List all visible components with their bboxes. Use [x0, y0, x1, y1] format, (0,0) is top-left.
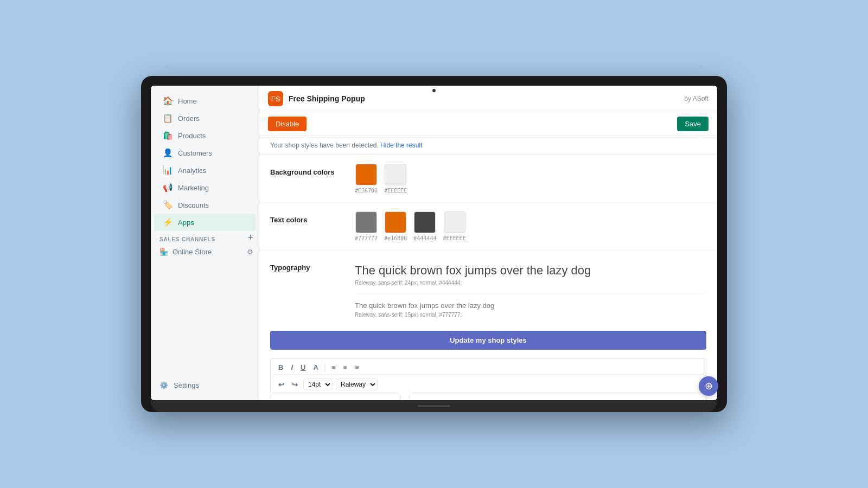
sidebar-item-customers[interactable]: 👤Customers: [154, 144, 256, 162]
help-button[interactable]: ⊕: [699, 376, 718, 396]
text-swatch-3[interactable]: #444444: [413, 211, 436, 241]
sidebar-item-products[interactable]: 🛍️Products: [154, 127, 256, 144]
online-store-label: Online Store: [173, 248, 212, 256]
text-colors-label: Text colors: [270, 211, 346, 224]
align-left-button[interactable]: ≡: [329, 362, 338, 373]
detection-text: Your shop styles have been detected.: [270, 142, 379, 149]
text-swatch-label-4: #EEEEEE: [443, 235, 465, 241]
text-swatch-box-1: [355, 211, 377, 233]
text-swatch-box-2: [385, 211, 406, 233]
main-content: FS Free Shipping Popup by ASoft Disable …: [259, 86, 717, 400]
sidebar-item-marketing[interactable]: 📢Marketing: [154, 179, 256, 196]
text-color-swatches: #777777 #e16800 #444444: [355, 211, 466, 241]
text-swatch-box-3: [414, 211, 436, 233]
toolbar-row2: ↩ ↪ 14pt Raleway: [270, 376, 706, 393]
content-area: Your shop styles have been detected. Hid…: [259, 136, 717, 400]
app-header-left: FS Free Shipping Popup: [268, 91, 365, 106]
sidebar: 🏠Home📋Orders🛍️Products👤Customers📊Analyti…: [151, 86, 259, 400]
text-swatch-box-4: [444, 211, 465, 233]
laptop-speaker: [418, 405, 450, 407]
undo-button[interactable]: ↩: [276, 380, 286, 390]
text-swatch-label-2: #e16800: [384, 235, 407, 241]
app-icon: FS: [268, 91, 283, 106]
disable-button[interactable]: Disable: [268, 117, 307, 131]
bold-button[interactable]: B: [276, 362, 285, 373]
sidebar-item-analytics[interactable]: 📊Analytics: [154, 162, 256, 179]
text-swatch-label-1: #777777: [355, 235, 378, 241]
text-swatch-1[interactable]: #777777: [355, 211, 378, 241]
preview-row: Product has been added | Amount left unt…: [259, 393, 717, 400]
bg-swatch-label-1: #E36700: [355, 188, 378, 194]
align-right-button[interactable]: ≡: [353, 362, 361, 373]
bg-color-swatches: #E36700 #EEEEEE: [355, 164, 407, 194]
typo-body-meta: Raleway, sans-serif; 15px; normal; #7777…: [355, 312, 706, 318]
update-shop-styles-button[interactable]: Update my shop styles: [270, 331, 706, 350]
underline-button[interactable]: U: [298, 362, 308, 373]
preview-card-left: Product has been added | Amount left unt…: [270, 393, 400, 400]
redo-button[interactable]: ↪: [290, 380, 300, 390]
app-icon-text: FS: [271, 95, 280, 103]
products-icon: 🛍️: [163, 131, 173, 140]
congrats-card: Congratulations! ✓ You've got free shipp…: [409, 393, 706, 400]
sidebar-item-discounts[interactable]: 🏷️Discounts: [154, 196, 256, 214]
bg-swatch-box-2: [385, 164, 406, 185]
bg-swatch-box-1: [355, 164, 377, 185]
channels-section-label: SALES CHANNELS: [151, 231, 224, 245]
bg-swatch-1[interactable]: #E36700: [355, 164, 378, 194]
settings-icon: ⚙️: [159, 381, 168, 389]
text-swatch-label-3: #444444: [413, 235, 436, 241]
bg-swatch-label-2: #EEEEEE: [384, 188, 407, 194]
add-channel-button[interactable]: +: [247, 232, 253, 243]
home-icon: 🏠: [163, 96, 173, 106]
typography-label: Typography: [270, 259, 346, 272]
editor-toolbar: B I U A | ≡ ≡ ≡: [270, 358, 706, 376]
marketing-icon: 📢: [163, 183, 173, 192]
app-by: by ASoft: [684, 95, 709, 102]
bg-swatch-2[interactable]: #EEEEEE: [384, 164, 407, 194]
align-center-button[interactable]: ≡: [341, 362, 350, 373]
sidebar-item-home[interactable]: 🏠Home: [154, 92, 256, 110]
text-swatch-4[interactable]: #EEEEEE: [443, 211, 465, 241]
update-section: Update my shop styles: [259, 331, 717, 358]
apps-icon: ⚡: [163, 217, 173, 227]
font-size-select[interactable]: 14pt: [303, 378, 333, 390]
bg-colors-label: Background colors: [270, 164, 346, 176]
settings-label: Settings: [174, 381, 199, 389]
font-family-select[interactable]: Raleway: [336, 378, 378, 390]
settings-nav-item[interactable]: ⚙️ Settings: [151, 377, 259, 394]
store-icon: 🏪: [159, 248, 168, 256]
discounts-icon: 🏷️: [163, 200, 173, 210]
customers-icon: 👤: [163, 148, 173, 158]
online-store-settings-icon[interactable]: ⚙: [247, 248, 253, 256]
hide-result-link[interactable]: Hide the result: [380, 142, 422, 149]
typography-section: The quick brown fox jumps over the lazy …: [355, 259, 706, 322]
save-button[interactable]: Save: [677, 117, 709, 131]
sidebar-item-orders[interactable]: 📋Orders: [154, 110, 256, 127]
app-header: FS Free Shipping Popup by ASoft: [259, 86, 717, 112]
detection-banner: Your shop styles have been detected. Hid…: [259, 136, 717, 155]
typo-heading-meta: Raleway, sans-serif; 24px; normal; #4444…: [355, 280, 706, 294]
typo-heading: The quick brown fox jumps over the lazy …: [355, 264, 706, 278]
app-title: Free Shipping Popup: [289, 94, 365, 103]
text-color-button[interactable]: A: [311, 362, 320, 373]
text-swatch-2[interactable]: #e16800: [384, 211, 407, 241]
sidebar-item-apps[interactable]: ⚡Apps: [154, 214, 256, 231]
orders-icon: 📋: [163, 113, 173, 123]
typo-body: The quick brown fox jumps over the lazy …: [355, 301, 706, 310]
italic-button[interactable]: I: [289, 362, 295, 373]
analytics-icon: 📊: [163, 165, 173, 175]
sidebar-item-online-store[interactable]: 🏪 Online Store: [151, 245, 220, 259]
